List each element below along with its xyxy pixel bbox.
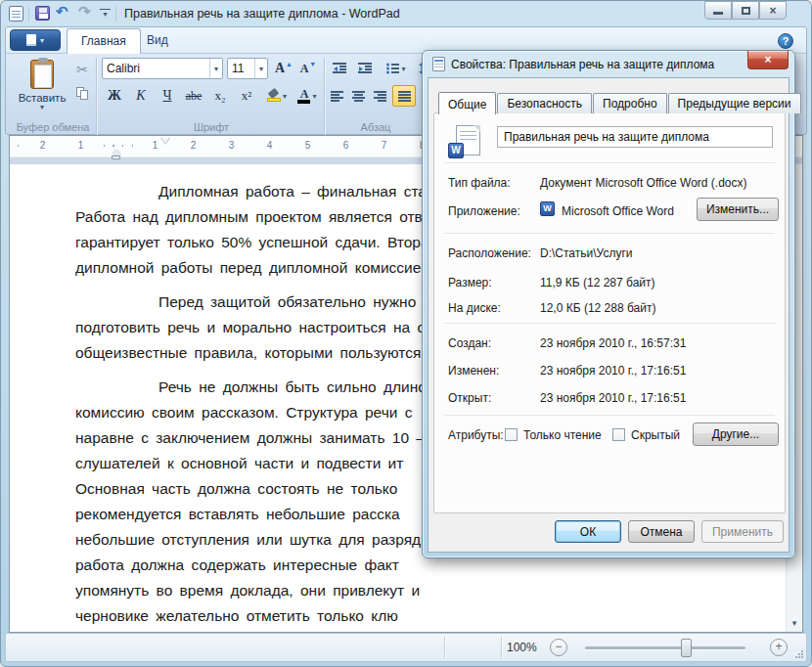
minimize-button[interactable]: [704, 1, 732, 20]
change-button[interactable]: Изменить...: [697, 198, 779, 221]
opens-with-label: Приложение:: [448, 204, 520, 218]
divider: [444, 415, 775, 417]
status-separator: [501, 637, 502, 658]
decrease-indent-icon: [333, 63, 346, 74]
save-icon[interactable]: [35, 6, 50, 21]
subscript-button[interactable]: x₂: [207, 85, 233, 107]
zoom-slider-thumb[interactable]: [681, 639, 692, 657]
wordpad-app-icon[interactable]: [9, 6, 23, 22]
align-center-button[interactable]: [348, 85, 369, 107]
copy-icon: [76, 87, 88, 100]
word-document-icon: W: [448, 125, 481, 158]
redo-icon[interactable]: ↷: [78, 3, 91, 21]
divider: [444, 233, 775, 235]
close-icon: ×: [769, 4, 776, 18]
scroll-down-icon[interactable]: ▾: [787, 615, 802, 632]
highlight-color-button[interactable]: ▾: [262, 85, 292, 107]
dialog-close-button[interactable]: ×: [747, 51, 789, 69]
tab-home[interactable]: Главная: [67, 28, 141, 54]
shrink-font-button[interactable]: A▼: [296, 58, 320, 79]
file-type-value: Документ Microsoft Office Word (.docx): [540, 176, 747, 190]
dialog-title-bar: Свойства: Правильная речь на защите дипл…: [432, 57, 736, 71]
file-name-field[interactable]: [497, 126, 773, 148]
resize-grip[interactable]: [794, 649, 804, 659]
minimize-icon: [713, 12, 723, 15]
close-button[interactable]: ×: [759, 1, 787, 20]
help-button[interactable]: ?: [778, 33, 793, 49]
first-line-indent-marker[interactable]: [160, 138, 170, 145]
dialog-tab[interactable]: Предыдущие версии: [668, 93, 801, 113]
font-size-combo[interactable]: 11 ▾: [227, 58, 268, 79]
copy-button[interactable]: [72, 83, 92, 103]
status-separator: [444, 637, 445, 658]
advanced-button[interactable]: Другие...: [693, 422, 779, 446]
left-indent-marker[interactable]: [112, 150, 120, 159]
align-right-icon: [374, 91, 386, 102]
hidden-label: Скрытый: [631, 428, 680, 442]
chevron-down-icon: ▾: [401, 65, 405, 73]
bullet-list-icon: [386, 63, 399, 74]
underline-button[interactable]: Ч: [155, 85, 180, 107]
application-menu-button[interactable]: ▾: [10, 29, 61, 51]
strikethrough-button[interactable]: abe: [181, 85, 206, 107]
read-only-checkbox[interactable]: Только чтение: [505, 428, 602, 442]
group-separator: [96, 58, 97, 140]
properties-dialog: Свойства: Правильная речь на защите дипл…: [422, 50, 795, 558]
ok-button[interactable]: ОК: [555, 520, 621, 543]
bold-button[interactable]: Ж: [102, 85, 127, 107]
font-group-label: Шрифт: [102, 121, 321, 133]
restore-icon: [742, 7, 750, 15]
grow-font-button[interactable]: A▲: [272, 58, 295, 79]
attributes-label: Атрибуты:: [448, 428, 504, 442]
created-value: 23 ноября 2010 г., 16:57:31: [540, 336, 686, 350]
align-right-button[interactable]: [370, 85, 390, 107]
window-title: Правильная речь на защите диплома - Word…: [124, 7, 400, 21]
zoom-slider-track[interactable]: [585, 646, 745, 649]
increase-indent-icon: [358, 63, 372, 74]
size-value: 11,9 КБ (12 287 байт): [540, 276, 655, 289]
undo-icon[interactable]: ↶: [56, 3, 68, 21]
document-line: ориентироваться во время рассказа, а так…: [75, 629, 783, 632]
restore-button[interactable]: [732, 1, 759, 20]
dialog-tab-strip: ОбщиеБезопасностьПодробноПредыдущие верс…: [438, 91, 802, 113]
cancel-button[interactable]: Отмена: [628, 520, 695, 543]
dialog-tab[interactable]: Подробно: [593, 93, 667, 113]
file-type-label: Тип файла:: [448, 176, 511, 190]
chevron-down-icon: ▾: [254, 59, 263, 78]
justify-button[interactable]: [392, 85, 416, 107]
qat-customize-dropdown-icon[interactable]: ▾: [100, 9, 111, 19]
checkbox-icon[interactable]: [612, 428, 625, 441]
paste-button[interactable]: Вставить ▾: [14, 58, 70, 120]
dialog-title: Свойства: Правильная речь на защите дипл…: [451, 58, 714, 71]
increase-indent-button[interactable]: [354, 58, 376, 79]
cut-button[interactable]: ✂: [72, 60, 92, 79]
size-on-disk-value: 12,0 КБ (12 288 байт): [540, 301, 655, 315]
align-left-button[interactable]: [327, 85, 347, 107]
dialog-tab[interactable]: Безопасность: [497, 93, 592, 113]
modified-value: 23 ноября 2010 г., 17:16:51: [540, 364, 686, 378]
align-center-icon: [352, 91, 365, 102]
read-only-label: Только чтение: [523, 428, 602, 442]
font-family-combo[interactable]: Calibri ▾: [102, 58, 223, 79]
hidden-checkbox[interactable]: Скрытый: [612, 428, 680, 442]
ruler-number: 3: [212, 136, 250, 156]
word-app-icon: W: [540, 201, 555, 216]
italic-button[interactable]: К: [128, 85, 154, 107]
ruler-number: 6: [327, 136, 365, 156]
superscript-button[interactable]: x²: [234, 85, 259, 107]
properties-icon: [432, 57, 445, 71]
bullets-button[interactable]: ▾: [382, 58, 411, 79]
qat-separator: [115, 7, 116, 22]
apply-button[interactable]: Применить: [701, 520, 784, 543]
location-value: D:\Статьи\Услуги: [540, 246, 632, 260]
checkbox-icon[interactable]: [505, 428, 518, 441]
zoom-in-button[interactable]: +: [770, 639, 788, 656]
zoom-out-button[interactable]: −: [550, 639, 567, 656]
dialog-tab[interactable]: Общие: [438, 92, 496, 114]
align-left-icon: [331, 91, 343, 102]
ruler-number: 4: [250, 136, 289, 156]
font-color-button[interactable]: A ▾: [293, 85, 322, 107]
tab-view[interactable]: Вид: [133, 28, 182, 54]
decrease-indent-button[interactable]: [329, 58, 350, 79]
modified-label: Изменен:: [448, 364, 499, 378]
